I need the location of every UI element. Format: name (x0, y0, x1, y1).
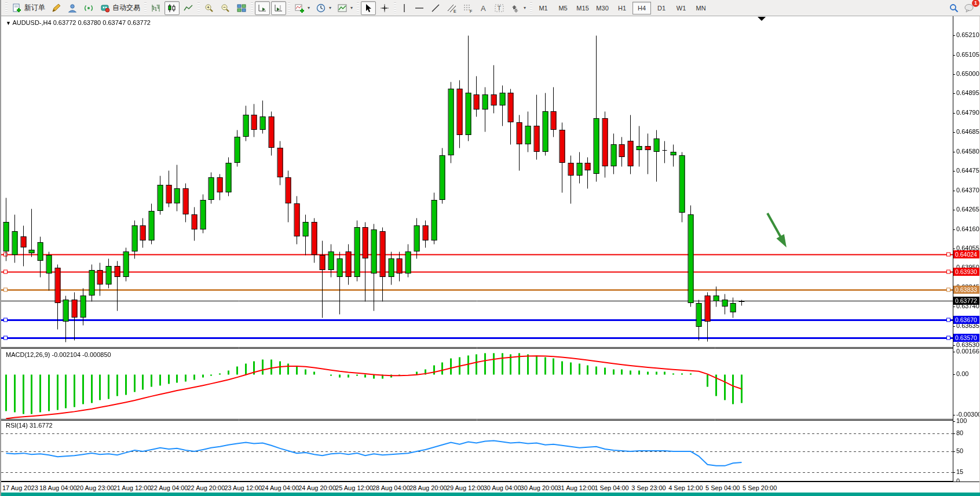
time-tick: 30 Aug 04:00 (484, 484, 521, 491)
new-order-icon (12, 3, 22, 13)
timeframe-mn[interactable]: MN (692, 2, 710, 14)
time-tick: 17 Aug 2023 (2, 484, 38, 491)
chart-type-group (148, 1, 196, 15)
zoom-group (202, 1, 249, 15)
level-price-label[interactable]: 0.63670 (953, 316, 980, 324)
price-tick: 0.65000 (956, 70, 979, 77)
search-button[interactable] (946, 1, 961, 15)
auto-scroll-button[interactable] (255, 1, 270, 15)
chart-shift-button[interactable] (271, 1, 286, 15)
timeframe-m15[interactable]: M15 (573, 2, 592, 14)
zoom-in-button[interactable] (202, 1, 217, 15)
chevron-down-icon[interactable]: ▼ (6, 20, 11, 26)
macd-tick: 0.00 (956, 370, 968, 377)
time-tick: 4 Sep 12:00 (668, 484, 703, 491)
periods-button[interactable]: ▾ (313, 1, 334, 15)
cursor-arrow-icon (363, 3, 374, 13)
bar-chart-button[interactable] (148, 1, 163, 15)
fibonacci-icon: F (463, 3, 473, 13)
notification-badge: 1 (972, 0, 979, 7)
zoom-out-button[interactable] (218, 1, 233, 15)
vertical-line-icon (400, 3, 408, 13)
toolbar-grip[interactable] (530, 2, 532, 14)
time-tick: 22 Aug 04:00 (151, 484, 188, 491)
search-icon (949, 3, 959, 13)
toolbar-grip[interactable] (144, 2, 147, 14)
status-strip (1, 493, 980, 496)
text-button[interactable]: A (477, 1, 491, 15)
time-axis[interactable]: 17 Aug 202318 Aug 04:0020 Aug 23:0021 Au… (1, 482, 980, 493)
timeframe-w1[interactable]: W1 (672, 2, 690, 14)
signals-button[interactable] (81, 1, 96, 15)
autotrading-icon (100, 3, 110, 13)
timeframe-m30[interactable]: M30 (593, 2, 612, 14)
toolbar-grip[interactable] (288, 2, 290, 14)
tile-windows-icon (236, 3, 247, 13)
toolbar-grip[interactable] (394, 2, 396, 14)
zoom-in-icon (204, 3, 214, 13)
periods-caret: ▾ (329, 5, 331, 10)
timeframe-m5[interactable]: M5 (554, 2, 572, 14)
cursor-button[interactable] (361, 1, 376, 15)
timeframe-m1[interactable]: M1 (534, 2, 553, 14)
trendline-button[interactable] (428, 1, 443, 15)
bid-price-label[interactable]: 0.63772 (953, 297, 980, 305)
vertical-line-button[interactable] (398, 1, 411, 15)
templates-caret: ▾ (350, 5, 353, 10)
main-chart-canvas[interactable] (1, 16, 980, 482)
timeframe-d1[interactable]: D1 (652, 2, 671, 14)
level-price-label[interactable]: 0.64024 (953, 250, 980, 258)
indicators-button[interactable]: ▾ (292, 1, 312, 15)
level-price-label[interactable]: 0.63570 (953, 334, 980, 342)
signal-icon (83, 3, 94, 13)
toolbar-grip[interactable] (357, 2, 359, 14)
line-chart-button[interactable] (181, 1, 196, 15)
new-order-button[interactable]: 新订单 (9, 1, 47, 15)
arrows-menu-button[interactable]: ▾ (508, 1, 528, 15)
level-price-label[interactable]: 0.63833 (953, 286, 980, 294)
toolbar-grip[interactable] (198, 2, 200, 14)
timeframe-group: M1M5M15M30H1H4D1W1MN (534, 2, 710, 14)
cursor-group (361, 1, 392, 15)
crosshair-icon (379, 3, 390, 13)
templates-button[interactable]: ▾ (335, 1, 355, 15)
metaeditor-button[interactable] (49, 1, 64, 15)
svg-text:A: A (481, 4, 486, 13)
objects-group: ▾ ▾ ▾ (292, 1, 355, 15)
indicators-icon (294, 3, 305, 13)
template-icon (337, 3, 348, 13)
channel-icon: E (447, 3, 457, 13)
profile-button[interactable] (65, 1, 80, 15)
time-tick: 21 Aug 12:00 (114, 484, 151, 491)
notifications-button[interactable]: 1 (961, 1, 977, 15)
rsi-label: RSI(14) 31.6772 (6, 422, 53, 429)
symbol-ohlc-line[interactable]: ▼ AUDUSD-,H4 0.63772 0.63780 0.63747 0.6… (6, 19, 151, 26)
time-tick: 28 Aug 04:00 (372, 484, 410, 491)
fibonacci-button[interactable]: F (460, 1, 476, 15)
time-tick: 20 Aug 23:00 (76, 484, 114, 491)
toolbar-grip[interactable] (5, 2, 8, 14)
time-tick: 5 Sep 04:00 (705, 484, 740, 491)
timeframe-h4[interactable]: H4 (632, 2, 651, 14)
text-label-button[interactable]: T (492, 1, 507, 15)
candlestick-chart-button[interactable] (164, 1, 180, 15)
tile-windows-button[interactable] (234, 1, 249, 15)
price-tick: 0.64265 (956, 206, 979, 213)
toolbar-grip[interactable] (251, 2, 253, 14)
time-tick: 22 Aug 20:00 (188, 484, 225, 491)
horizontal-line-icon (414, 3, 425, 13)
level-price-label[interactable]: 0.63930 (953, 268, 980, 276)
crosshair-button[interactable] (377, 1, 392, 15)
price-tick: 0.64580 (956, 148, 979, 155)
time-tick: 30 Aug 20:00 (521, 484, 558, 491)
horizontal-line-button[interactable] (412, 1, 427, 15)
chart-shift-icon (273, 3, 284, 13)
bar-chart-icon (151, 3, 161, 13)
equidistant-channel-button[interactable]: E (444, 1, 459, 15)
symbol-ohlc-text: AUDUSD-,H4 0.63772 0.63780 0.63747 0.637… (12, 19, 151, 26)
timeframe-h1[interactable]: H1 (613, 2, 631, 14)
time-tick: 1 Sep 04:00 (594, 484, 628, 491)
auto-scroll-icon (257, 3, 268, 13)
autotrading-button[interactable]: 自动交易 (97, 1, 142, 15)
time-tick: 23 Aug 12:00 (224, 484, 262, 491)
